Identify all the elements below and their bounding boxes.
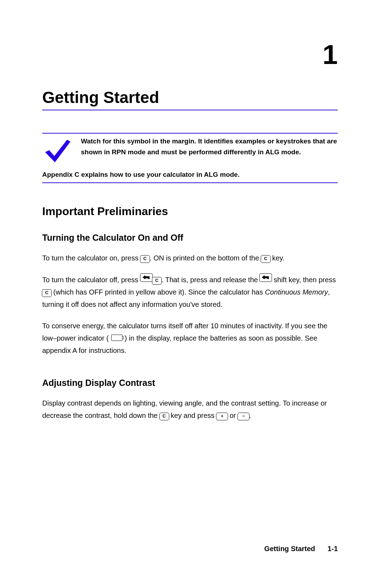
divider (42, 182, 338, 183)
keycap-minus: − (238, 413, 249, 420)
keycap-c: C (140, 255, 150, 263)
battery-icon (111, 335, 122, 341)
keycap-shift (259, 273, 272, 282)
document-page: 1 Getting Started Watch for this symbol … (0, 0, 380, 588)
section-heading-preliminaries: Important Preliminaries (42, 205, 338, 218)
footer-title: Getting Started (264, 545, 315, 553)
paragraph-turn-on: To turn the calculator on, press C. ON i… (42, 252, 338, 264)
callout-text-1: Watch for this symbol in the margin. It … (81, 136, 338, 158)
text: key. (272, 254, 284, 262)
callout-content: Watch for this symbol in the margin. It … (42, 134, 338, 182)
callout-text-2: Appendix C explains how to use your calc… (42, 169, 338, 180)
text-italic: Continuous Memory (265, 288, 328, 296)
chapter-title: Getting Started (42, 88, 338, 107)
text: To turn the calculator off, press (42, 276, 140, 284)
keycap-c: C (261, 255, 271, 263)
paragraph-contrast: Display contrast depends on lighting, vi… (42, 397, 338, 422)
paragraph-conserve: To conserve energy, the calculator turns… (42, 320, 338, 357)
keycap-c: C (152, 277, 162, 285)
page-footer: Getting Started 1-1 (264, 545, 338, 553)
section-heading-contrast: Adjusting Display Contrast (42, 378, 338, 388)
chapter-number: 1 (323, 39, 338, 71)
text: . ON is printed on the bottom of the (150, 254, 261, 262)
keycap-shift (140, 273, 153, 282)
section-heading-on-off: Turning the Calculator On and Off (42, 233, 338, 243)
footer-page-number: 1-1 (328, 545, 338, 553)
text: key and press (171, 412, 216, 419)
keycap-c: C (42, 289, 52, 297)
text: To turn the calculator on, press (42, 254, 140, 262)
text: or (228, 412, 238, 419)
text: (which has OFF printed in yellow above i… (51, 288, 265, 296)
checkmark-icon (42, 136, 71, 165)
paragraph-turn-off: To turn the calculator off, press C. Tha… (42, 273, 338, 311)
keycap-c: C (159, 413, 169, 420)
keycap-plus: + (216, 413, 228, 420)
text: . That is, press and release the (162, 276, 260, 284)
callout-box: Watch for this symbol in the margin. It … (42, 133, 338, 183)
text: shift key, then press (272, 276, 336, 284)
divider (42, 110, 338, 110)
